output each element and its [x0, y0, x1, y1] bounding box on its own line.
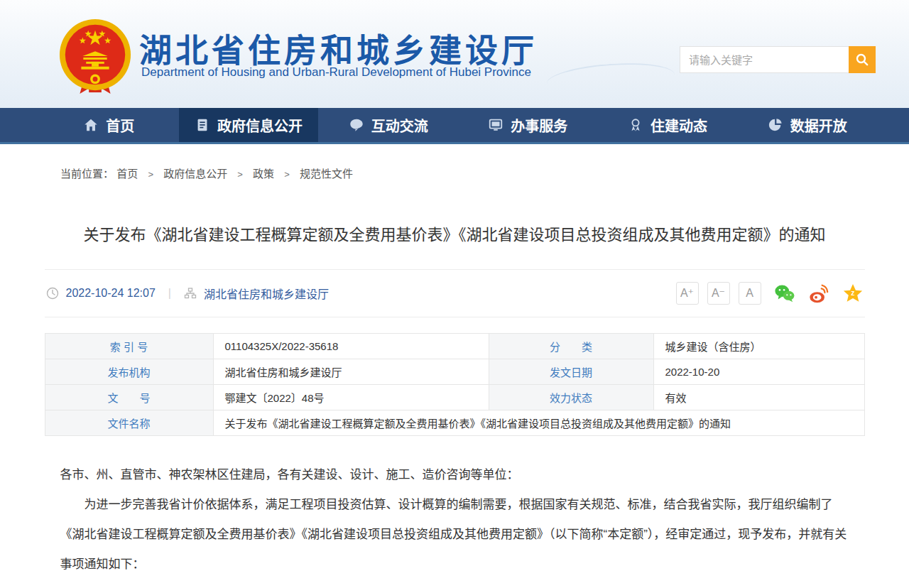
- breadcrumb-normative-docs[interactable]: 规范性文件: [300, 168, 353, 180]
- article-content: 关于发布《湖北省建设工程概算定额及全费用基价表》《湖北省建设项目总投资组成及其他…: [45, 223, 865, 579]
- nav-label: 办事服务: [511, 115, 567, 136]
- breadcrumb-policy[interactable]: 政策: [253, 168, 274, 180]
- info-label-doc-number: 文 号: [45, 385, 213, 410]
- search-box: [680, 46, 876, 73]
- article-meta-bar: 2022-10-24 12:07 | 湖北省住房和城乡建设厅 A⁺ A⁻ A: [45, 269, 865, 317]
- pie-chart-icon: [768, 117, 783, 133]
- table-row: 索 引 号 01104325X/2022-35618 分 类 城乡建设（含住房）: [45, 334, 864, 359]
- breadcrumb: 当前位置： 首页 > 政府信息公开 > 政策 > 规范性文件: [0, 144, 909, 180]
- article-meta-right: A⁺ A⁻ A z: [676, 282, 864, 305]
- site-title: 湖北省住房和城乡建设厅: [139, 24, 538, 71]
- home-icon: [83, 117, 99, 133]
- font-reset-button[interactable]: A: [739, 282, 761, 305]
- info-value-category: 城乡建设（含住房）: [653, 334, 864, 359]
- breadcrumb-separator: >: [148, 169, 153, 180]
- main-nav: 首页 政府信息公开 互动交流 办事服务 住建动态: [0, 108, 909, 144]
- salutation-paragraph: 各市、州、直管市、神农架林区住建局，各有关建设、设计、施工、造价咨询等单位：: [60, 460, 849, 490]
- svg-text:z: z: [851, 289, 854, 297]
- info-value-issue-date: 2022-10-20: [653, 359, 864, 385]
- nav-item-services[interactable]: 办事服务: [458, 108, 598, 142]
- qzone-icon[interactable]: z: [842, 283, 864, 304]
- weibo-icon[interactable]: [808, 283, 829, 304]
- medal-icon: [628, 117, 643, 133]
- search-input[interactable]: [680, 46, 849, 73]
- font-decrease-button[interactable]: A⁻: [707, 282, 730, 305]
- nav-item-home[interactable]: 首页: [39, 108, 179, 142]
- nav-label: 首页: [106, 115, 134, 136]
- publish-date: 2022-10-24 12:07: [66, 287, 156, 300]
- org-icon: [184, 287, 197, 300]
- info-label-category: 分 类: [489, 334, 653, 359]
- info-label-issue-date: 发文日期: [489, 359, 653, 385]
- chat-icon: [349, 117, 364, 133]
- article-meta-left: 2022-10-24 12:07 | 湖北省住房和城乡建设厅: [46, 285, 330, 302]
- info-label-index-number: 索 引 号: [45, 334, 213, 359]
- article-title: 关于发布《湖北省建设工程概算定额及全费用基价表》《湖北省建设项目总投资组成及其他…: [66, 223, 844, 246]
- site-subtitle: Department of Housing and Urban-Rural De…: [141, 65, 531, 80]
- breadcrumb-separator: >: [284, 169, 290, 180]
- info-label-validity: 效力状态: [489, 385, 653, 410]
- nav-label: 数据开放: [790, 115, 847, 136]
- publish-source: 湖北省住房和城乡建设厅: [204, 285, 329, 302]
- article-body: 各市、州、直管市、神农架林区住建局，各有关建设、设计、施工、造价咨询等单位： 为…: [45, 436, 865, 579]
- table-row: 文件名称 关于发布《湖北省建设工程概算定额及全费用基价表》《湖北省建设项目总投资…: [45, 410, 864, 436]
- document-icon: [195, 117, 210, 133]
- breadcrumb-gov-info[interactable]: 政府信息公开: [163, 168, 227, 180]
- breadcrumb-label: 当前位置：: [60, 168, 114, 180]
- nav-item-interaction[interactable]: 互动交流: [318, 108, 458, 142]
- document-info-table: 索 引 号 01104325X/2022-35618 分 类 城乡建设（含住房）…: [45, 333, 865, 436]
- national-emblem-logo[interactable]: [57, 17, 134, 97]
- nav-label: 互动交流: [371, 115, 428, 136]
- info-value-validity: 有效: [653, 385, 864, 410]
- info-value-issuing-agency: 湖北省住房和城乡建设厅: [213, 359, 489, 385]
- info-value-doc-title: 关于发布《湖北省建设工程概算定额及全费用基价表》《湖北省建设项目总投资组成及其他…: [213, 410, 864, 436]
- font-increase-button[interactable]: A⁺: [676, 282, 699, 305]
- nav-item-open-data[interactable]: 数据开放: [737, 108, 877, 142]
- nav-label: 政府信息公开: [217, 115, 303, 136]
- meta-divider: |: [168, 287, 171, 300]
- table-row: 文 号 鄂建文〔2022〕48号 效力状态 有效: [45, 385, 864, 410]
- body-paragraph: 为进一步完善我省计价依据体系，满足工程项目投资估算、设计概算的编制需要，根据国家…: [60, 490, 849, 579]
- clock-icon: [46, 287, 59, 300]
- info-label-doc-title: 文件名称: [45, 410, 213, 436]
- nav-item-news[interactable]: 住建动态: [598, 108, 738, 142]
- info-value-doc-number: 鄂建文〔2022〕48号: [213, 385, 489, 410]
- breadcrumb-home[interactable]: 首页: [116, 168, 138, 180]
- site-header: 湖北省住房和城乡建设厅 Department of Housing and Ur…: [0, 0, 909, 108]
- table-row: 发布机构 湖北省住房和城乡建设厅 发文日期 2022-10-20: [45, 359, 864, 385]
- nav-item-gov-info[interactable]: 政府信息公开: [179, 108, 319, 142]
- info-value-index-number: 01104325X/2022-35618: [213, 334, 489, 359]
- nav-label: 住建动态: [651, 115, 707, 136]
- search-icon: [855, 53, 869, 67]
- info-label-issuing-agency: 发布机构: [45, 359, 213, 385]
- monitor-icon: [488, 117, 504, 133]
- search-button[interactable]: [849, 46, 876, 73]
- breadcrumb-separator: >: [237, 169, 243, 180]
- wechat-icon[interactable]: [774, 283, 795, 304]
